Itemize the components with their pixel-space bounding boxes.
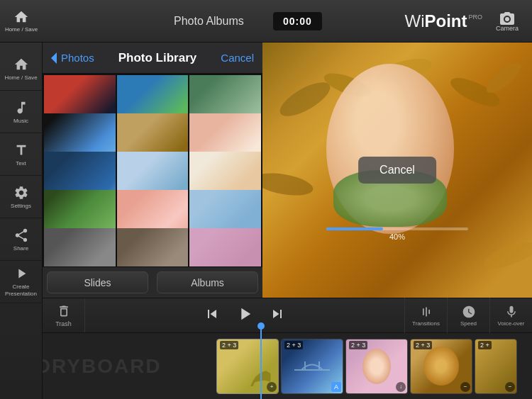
sidebar-text-label: Text xyxy=(16,160,26,167)
rewind-button[interactable] xyxy=(204,305,221,326)
cancel-nav-button[interactable]: Cancel xyxy=(221,52,254,64)
panel-tabs: Slides Albums xyxy=(43,266,262,298)
story-action-3[interactable]: ↓ xyxy=(396,382,406,392)
timeline-needle xyxy=(260,326,262,399)
photo-thumb-14[interactable] xyxy=(117,228,189,266)
transitions-button[interactable]: Transitions xyxy=(404,298,447,333)
story-badge-3: 2 + 3 xyxy=(349,341,367,349)
story-action-1[interactable]: + xyxy=(267,382,277,392)
preview-image: Cancel 40% xyxy=(262,43,532,298)
cancel-overlay-button[interactable]: Cancel xyxy=(358,157,436,184)
sidebar-item-home[interactable]: Home / Save xyxy=(0,48,43,91)
sidebar-home-label: Home / Save xyxy=(4,74,37,82)
sidebar-item-settings[interactable]: Settings xyxy=(0,176,43,218)
back-label: Photos xyxy=(61,52,94,64)
story-badge-2: 2 + 3 xyxy=(284,341,303,349)
progress-label: 40% xyxy=(326,232,468,241)
photo-panel-title: Photo Library xyxy=(101,51,214,65)
left-sidebar: Home / Save Music Text Settings Share Cr… xyxy=(0,43,43,399)
needle-top xyxy=(257,322,265,330)
photo-grid xyxy=(43,74,262,266)
sidebar-item-share[interactable]: Share xyxy=(0,218,43,261)
voice-over-button[interactable]: Voice-over xyxy=(489,298,532,333)
storyboard: STORYBOARD 2 + 3 + 2 + 3 A xyxy=(0,333,532,399)
sidebar-item-text[interactable]: Text xyxy=(0,133,43,176)
sidebar-item-create[interactable]: CreatePresentation xyxy=(0,261,43,303)
camera-label: Camera xyxy=(496,25,519,32)
top-bar: Home / Save Photo Albums 00:00 Wi Point … xyxy=(0,0,532,43)
home-save-label: Home / Save xyxy=(5,26,38,33)
story-action-4[interactable]: − xyxy=(460,382,470,392)
trash-label: Trash xyxy=(55,320,72,327)
sidebar-music-label: Music xyxy=(13,118,28,124)
sidebar-item-music[interactable]: Music xyxy=(0,91,43,133)
transitions-label: Transitions xyxy=(412,320,440,327)
brand-wi: Wi xyxy=(405,11,425,31)
home-save-button[interactable]: Home / Save xyxy=(0,0,43,43)
timer-display: 00:00 xyxy=(273,12,322,30)
voice-over-label: Voice-over xyxy=(498,320,525,327)
brand-point: Point xyxy=(424,11,467,31)
sidebar-create-label: CreatePresentation xyxy=(5,283,37,297)
story-badge-4: 2 + 3 xyxy=(414,341,432,349)
photo-thumb-13[interactable] xyxy=(44,228,116,266)
story-slide-3[interactable]: 2 + 3 ↓ xyxy=(345,339,408,394)
sidebar-settings-label: Settings xyxy=(11,203,31,209)
story-badge-5: 2 + xyxy=(478,341,492,349)
story-action-2[interactable]: A xyxy=(331,382,341,392)
progress-bar-background xyxy=(326,227,468,230)
trash-button[interactable]: Trash xyxy=(43,298,85,332)
progress-bar-container: 40% xyxy=(326,227,468,241)
story-slide-1[interactable]: 2 + 3 + xyxy=(216,339,279,394)
back-button[interactable]: Photos xyxy=(51,52,94,64)
sidebar-share-label: Share xyxy=(13,245,28,252)
camera-button[interactable]: Camera xyxy=(489,11,525,32)
slides-tab[interactable]: Slides xyxy=(47,271,148,293)
svg-point-5 xyxy=(482,58,525,97)
right-controls: Transitions Speed Voice-over xyxy=(404,298,532,333)
brand-logo: Wi Point PRO xyxy=(405,11,483,31)
story-slide-2[interactable]: 2 + 3 A xyxy=(281,339,343,394)
playback-controls xyxy=(85,304,404,327)
speed-label: Speed xyxy=(460,320,477,327)
topbar-title: Photo Albums xyxy=(174,15,244,27)
svg-point-0 xyxy=(505,17,509,21)
main-preview: Cancel 40% xyxy=(262,43,532,298)
photo-panel: Photos Photo Library Cancel Slides Album… xyxy=(43,43,262,298)
svg-point-6 xyxy=(262,169,315,199)
fast-forward-button[interactable] xyxy=(269,305,286,326)
story-badge-1: 2 + 3 xyxy=(220,341,238,349)
story-slide-4[interactable]: 2 + 3 − xyxy=(410,339,472,394)
play-button[interactable] xyxy=(235,304,255,327)
photo-panel-nav: Photos Photo Library Cancel xyxy=(43,43,262,74)
speed-button[interactable]: Speed xyxy=(447,298,489,333)
brand-pro: PRO xyxy=(468,13,482,21)
photo-thumb-15[interactable] xyxy=(189,228,261,266)
progress-bar-fill xyxy=(326,227,383,230)
svg-point-1 xyxy=(275,76,335,123)
svg-point-7 xyxy=(481,237,532,274)
story-action-5[interactable]: − xyxy=(505,382,515,392)
albums-tab[interactable]: Albums xyxy=(157,271,258,293)
toolbar: Trash Transitions Speed Voice-over xyxy=(43,298,532,333)
story-slide-5[interactable]: 2 + − xyxy=(475,339,517,394)
